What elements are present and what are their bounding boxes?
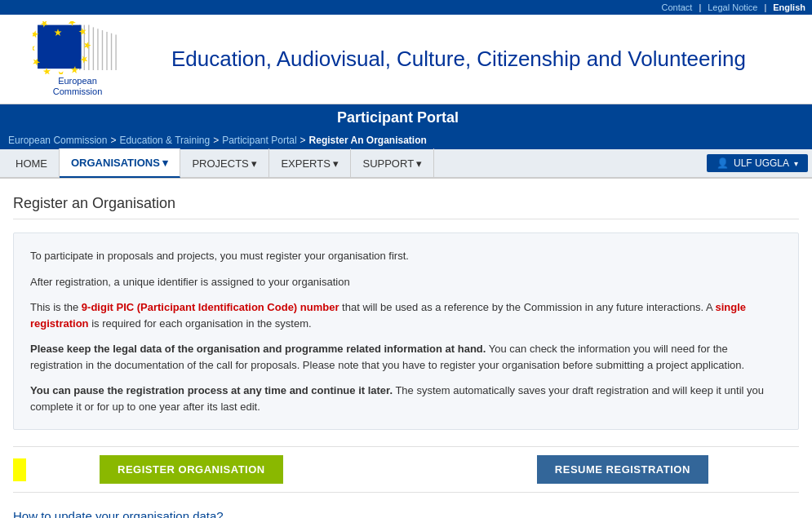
svg-marker-20 — [33, 45, 35, 52]
buttons-row: REGISTER ORGANISATION RESUME REGISTRATIO… — [13, 446, 799, 493]
info-para-5: You can pause the registration process a… — [30, 383, 782, 414]
breadcrumb-education[interactable]: Education & Training — [119, 135, 210, 146]
nav-support[interactable]: SUPPORT ▾ — [351, 148, 434, 178]
ec-label: European Commission — [53, 76, 103, 97]
nav-organisations[interactable]: ORGANISATIONS ▾ — [60, 148, 180, 178]
nav-experts[interactable]: EXPERTS ▾ — [269, 148, 351, 178]
header-main-title: Education, Audiovisual, Culture, Citizen… — [171, 46, 796, 72]
logo-area: European Commission — [0, 15, 155, 104]
user-menu[interactable]: 👤 ULF UGGLA ▾ — [707, 154, 808, 172]
language-selector[interactable]: English — [773, 2, 805, 12]
ec-emblem — [33, 21, 122, 74]
content-area: Register an Organisation To participate … — [0, 179, 812, 518]
info-para-1: To participate in proposals and projects… — [30, 248, 782, 264]
svg-marker-14 — [84, 42, 91, 49]
register-wrapper: REGISTER ORGANISATION — [13, 455, 283, 484]
user-name: ULF UGGLA — [734, 157, 789, 169]
breadcrumb-current: Register An Organisation — [309, 135, 427, 146]
update-section: How to update your organisation data? — [13, 509, 799, 518]
header: European Commission Education, Audiovisu… — [0, 15, 812, 104]
header-title-area: Education, Audiovisual, Culture, Citizen… — [155, 15, 812, 104]
register-organisation-button[interactable]: REGISTER ORGANISATION — [100, 455, 283, 484]
portal-bar: Participant Portal — [0, 104, 812, 131]
svg-marker-17 — [57, 71, 64, 73]
resume-registration-button[interactable]: RESUME REGISTRATION — [537, 455, 708, 484]
nav-projects[interactable]: PROJECTS ▾ — [180, 148, 269, 178]
contact-link[interactable]: Contact — [661, 2, 692, 12]
legal-notice-link[interactable]: Legal Notice — [708, 2, 757, 12]
page-title: Register an Organisation — [13, 195, 799, 219]
info-para-3: This is the 9-digit PIC (Participant Ide… — [30, 299, 782, 331]
breadcrumb-portal[interactable]: Participant Portal — [222, 135, 296, 146]
nav-home[interactable]: HOME — [4, 148, 60, 178]
user-dropdown-arrow: ▾ — [794, 159, 798, 168]
breadcrumb-ec[interactable]: European Commission — [8, 135, 107, 146]
user-icon: 👤 — [717, 157, 729, 169]
info-para-2: After registration, a unique identifier … — [30, 274, 782, 290]
breadcrumb: European Commission > Education & Traini… — [0, 131, 812, 149]
yellow-indicator — [13, 458, 26, 481]
update-organisation-link[interactable]: How to update your organisation data? — [13, 509, 224, 518]
top-bar: Contact | Legal Notice | English — [0, 0, 812, 15]
resume-area: RESUME REGISTRATION — [446, 455, 799, 484]
nav-bar: HOME ORGANISATIONS ▾ PROJECTS ▾ EXPERTS … — [0, 149, 812, 179]
info-para-4: Please keep the legal data of the organi… — [30, 341, 782, 373]
info-box: To participate in proposals and projects… — [13, 232, 799, 430]
